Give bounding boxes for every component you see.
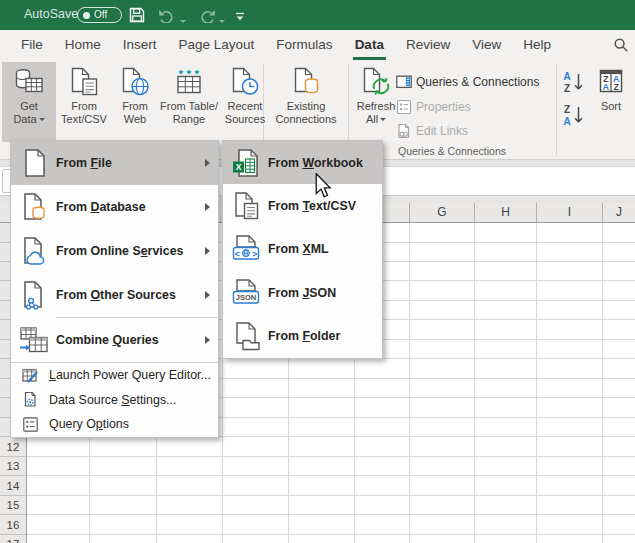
table-arrows-icon	[173, 64, 205, 100]
sort-a-to-z-icon: A Z	[561, 69, 587, 95]
tab-view[interactable]: View	[461, 30, 512, 60]
from-table-range-button[interactable]: From Table/ Range	[158, 62, 220, 142]
menu-item-launch-power-query-editor[interactable]: Launch Power Query Editor...	[11, 363, 218, 388]
menu-item-label: From Text/CSV	[268, 199, 356, 213]
tab-data[interactable]: Data	[344, 30, 395, 60]
button-label: Connections	[275, 113, 336, 126]
queries-connections-button[interactable]: Queries & Connections	[396, 72, 539, 92]
menu-item-label: From Folder	[268, 329, 340, 343]
menu-item-from-database[interactable]: From Database	[11, 185, 218, 229]
from-file-submenu: X From Workbook From Text/CSV	[222, 140, 383, 359]
tab-help[interactable]: Help	[512, 30, 562, 60]
gridline	[602, 223, 603, 543]
button-label: From Table/	[160, 100, 218, 113]
button-label: Data	[13, 113, 44, 126]
redo-button[interactable]	[197, 9, 216, 27]
document-text-icon	[68, 64, 100, 100]
menu-item-data-source-settings[interactable]: Data Source Settings...	[11, 388, 218, 413]
tab-review[interactable]: Review	[395, 30, 461, 60]
document-clock-icon	[229, 64, 261, 100]
button-label: Queries & Connections	[416, 75, 539, 89]
document-database-icon	[11, 192, 56, 222]
combine-tables-icon	[11, 325, 56, 355]
get-data-button[interactable]: Get Data	[2, 62, 56, 142]
button-label: Sort	[601, 100, 621, 113]
excel-workbook-icon: X	[223, 148, 268, 178]
button-label: From	[71, 100, 97, 113]
search-button[interactable]	[613, 37, 629, 57]
column-header-j[interactable]: J	[603, 203, 635, 222]
button-label: All	[366, 113, 386, 126]
sort-button[interactable]: Z A A Z Sort	[588, 62, 634, 142]
from-text-csv-button[interactable]: From Text/CSV	[57, 62, 111, 142]
autosave-toggle[interactable]: Off	[77, 7, 122, 23]
save-button[interactable]	[129, 7, 145, 27]
undo-button[interactable]	[158, 9, 177, 27]
mouse-cursor	[314, 173, 332, 204]
tab-file[interactable]: File	[10, 30, 54, 60]
submenu-item-from-xml[interactable]: < > From XML	[223, 228, 382, 271]
column-header-i[interactable]: I	[537, 203, 603, 222]
button-label: From	[122, 100, 148, 113]
gridline	[474, 223, 475, 543]
tab-insert[interactable]: Insert	[112, 30, 168, 60]
button-label: Refresh	[357, 100, 396, 113]
edit-links-icon	[396, 123, 412, 139]
sort-descending-button[interactable]: Z A	[561, 105, 587, 125]
row-header-13[interactable]: 13	[0, 457, 26, 477]
document-gear-icon	[11, 391, 49, 408]
menu-item-from-file[interactable]: From File	[11, 141, 218, 185]
document-globe-icon	[119, 64, 151, 100]
row-header-16[interactable]: 16	[0, 516, 26, 536]
menu-item-query-options[interactable]: Query Options	[11, 412, 218, 437]
row-header-15[interactable]: 15	[0, 496, 26, 516]
existing-connections-button[interactable]: Existing Connections	[267, 62, 345, 142]
svg-text:<: <	[234, 249, 239, 259]
column-header-g[interactable]: G	[410, 203, 475, 222]
svg-text:Z: Z	[564, 104, 570, 115]
from-web-button[interactable]: From Web	[112, 62, 158, 142]
column-header-h[interactable]: H	[475, 203, 537, 222]
tab-page-layout[interactable]: Page Layout	[168, 30, 266, 60]
button-label: Properties	[416, 100, 471, 114]
search-icon	[613, 37, 629, 53]
submenu-item-from-folder[interactable]: From Folder	[223, 315, 382, 358]
row-header-17[interactable]: 17	[0, 535, 26, 543]
menu-item-combine-queries[interactable]: Combine Queries	[11, 318, 218, 362]
menu-item-label: Data Source Settings...	[49, 393, 176, 407]
submenu-item-from-workbook[interactable]: X From Workbook	[223, 141, 382, 184]
tab-formulas[interactable]: Formulas	[265, 30, 343, 60]
recent-sources-button[interactable]: Recent Sources	[221, 62, 269, 142]
table-pencil-icon	[11, 367, 49, 384]
button-label: Web	[124, 113, 146, 126]
properties-icon	[396, 99, 412, 115]
submenu-item-from-text-csv[interactable]: From Text/CSV	[223, 184, 382, 227]
svg-text:X: X	[235, 161, 241, 171]
edit-links-button[interactable]: Edit Links	[396, 121, 468, 141]
document-cloud-icon	[11, 236, 56, 266]
excel-window: AutoSave Off	[0, 0, 635, 543]
customize-quick-access-toolbar-button[interactable]	[234, 9, 246, 27]
menu-item-from-online-services[interactable]: From Online Services	[11, 229, 218, 273]
refresh-all-button[interactable]: Refresh All	[352, 62, 400, 142]
menu-item-from-other-sources[interactable]: From Other Sources	[11, 273, 218, 317]
xml-badge-icon: < >	[223, 234, 268, 264]
redo-dropdown-arrow-icon[interactable]	[219, 12, 225, 30]
customize-quick-access-toolbar-icon	[234, 11, 246, 23]
row-header-12[interactable]: 12	[0, 438, 26, 458]
database-table-icon	[13, 64, 45, 100]
sort-ascending-button[interactable]: A Z	[561, 72, 587, 92]
row-header-14[interactable]: 14	[0, 477, 26, 497]
undo-dropdown-arrow-icon[interactable]	[180, 12, 186, 30]
toggle-knob-icon	[83, 12, 90, 19]
menu-item-label: From Other Sources	[56, 288, 176, 302]
button-label: Recent	[228, 100, 263, 113]
tab-home[interactable]: Home	[54, 30, 112, 60]
svg-text:>: >	[252, 249, 257, 259]
document-network-icon	[11, 280, 56, 310]
properties-button[interactable]: Properties	[396, 97, 471, 117]
svg-text:A: A	[563, 71, 570, 82]
gridline	[536, 223, 537, 543]
submenu-item-from-json[interactable]: JSON From JSON	[223, 271, 382, 314]
undo-icon	[158, 9, 177, 23]
